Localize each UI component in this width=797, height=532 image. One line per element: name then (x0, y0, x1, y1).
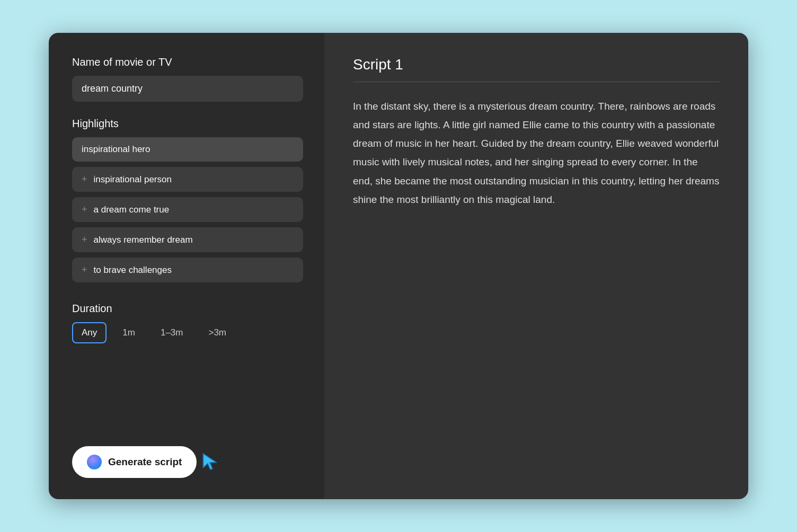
duration-section: Duration Any 1m 1–3m >3m (72, 303, 303, 343)
highlight-text-1: inspirational hero (82, 144, 150, 155)
orb-icon (87, 455, 102, 469)
highlight-item-5[interactable]: + to brave challenges (72, 258, 303, 282)
duration-any[interactable]: Any (72, 322, 107, 343)
duration-label: Duration (72, 303, 303, 315)
plus-icon-2: + (82, 174, 87, 185)
highlight-text-4: always remember dream (94, 235, 193, 245)
highlight-item-2[interactable]: + inspirational person (72, 167, 303, 192)
script-body: In the distant sky, there is a mysteriou… (353, 97, 720, 209)
duration-1-3m[interactable]: 1–3m (151, 322, 193, 343)
plus-icon-5: + (82, 264, 87, 276)
duration-buttons: Any 1m 1–3m >3m (72, 322, 303, 343)
highlight-text-2: inspirational person (94, 174, 172, 185)
highlights-label: Highlights (72, 118, 303, 130)
main-container: Name of movie or TV Highlights inspirati… (49, 33, 748, 499)
duration-1m[interactable]: 1m (113, 322, 145, 343)
generate-label: Generate script (108, 456, 182, 468)
plus-icon-4: + (82, 234, 87, 245)
highlight-item-3[interactable]: + a dream come true (72, 197, 303, 222)
left-panel: Name of movie or TV Highlights inspirati… (49, 33, 324, 499)
generate-script-button[interactable]: Generate script (72, 446, 197, 478)
highlight-item-1[interactable]: inspirational hero (72, 137, 303, 162)
cursor-icon (199, 451, 221, 473)
script-title: Script 1 (353, 56, 720, 73)
highlight-text-5: to brave challenges (94, 265, 172, 276)
right-panel: Script 1 In the distant sky, there is a … (324, 33, 748, 499)
highlights-section: Highlights inspirational hero + inspirat… (72, 118, 303, 288)
highlight-item-4[interactable]: + always remember dream (72, 227, 303, 252)
highlight-text-3: a dream come true (94, 205, 170, 215)
generate-btn-wrapper: Generate script (72, 446, 303, 478)
movie-input[interactable] (72, 76, 303, 102)
plus-icon-3: + (82, 204, 87, 215)
duration-3m-plus[interactable]: >3m (199, 322, 236, 343)
movie-label: Name of movie or TV (72, 56, 303, 68)
script-divider (353, 82, 720, 82)
